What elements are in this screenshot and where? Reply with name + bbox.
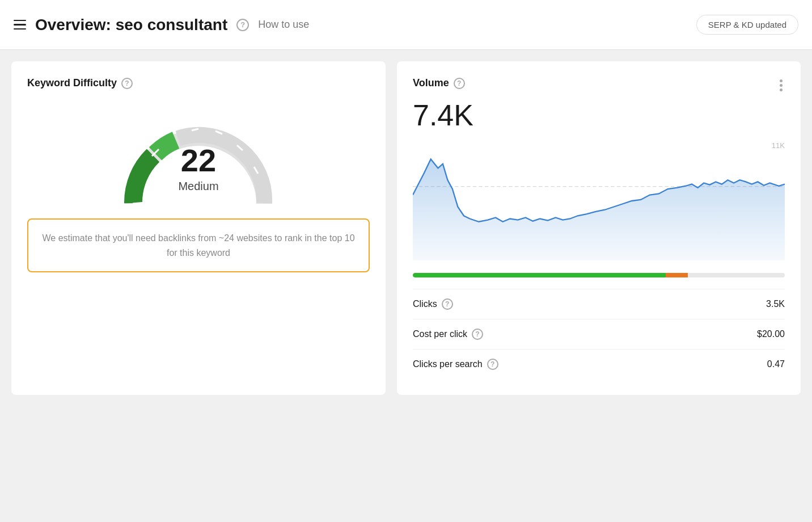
volume-title-row: Volume ? [413,77,465,89]
estimate-box: We estimate that you'll need backlinks f… [27,218,370,272]
cpc-label: Cost per click ? [413,329,483,340]
cpc-help-icon[interactable]: ? [472,329,483,340]
volume-help-icon[interactable]: ? [454,78,465,89]
clicks-label: Clicks ? [413,298,453,310]
volume-card: Volume ? 7.4K 11K [397,61,801,395]
clicks-value: 3.5K [766,299,785,309]
volume-chart: 11K [413,141,785,266]
clicks-label-text: Clicks [413,299,437,309]
hamburger-menu-icon[interactable] [14,20,26,30]
cpc-value: $20.00 [757,329,785,339]
gauge-wrapper: 22 Medium [119,114,278,205]
clicks-help-icon[interactable]: ? [442,298,453,310]
gauge-container: 22 Medium [27,103,370,205]
how-to-use-link[interactable]: How to use [258,19,309,31]
more-options-icon[interactable] [777,77,785,94]
clicks-row: Clicks ? 3.5K [413,289,785,319]
cps-label-text: Clicks per search [413,359,483,369]
cps-label: Clicks per search ? [413,359,498,370]
gauge-center: 22 Medium [178,145,218,193]
kd-label: Medium [178,180,218,193]
cpc-label-text: Cost per click [413,329,467,339]
cpc-row: Cost per click ? $20.00 [413,319,785,349]
page-title: Overview: seo consultant [35,16,227,34]
serp-badge: SERP & KD updated [696,15,798,35]
estimate-text: We estimate that you'll need backlinks f… [42,233,354,258]
keyword-difficulty-card: Keyword Difficulty ? [11,61,386,395]
cps-value: 0.47 [767,359,785,369]
cps-help-icon[interactable]: ? [487,359,498,370]
main-content: Keyword Difficulty ? [0,50,812,406]
volume-chart-svg [413,141,785,260]
kd-title: Keyword Difficulty ? [27,77,370,89]
volume-title-text: Volume [413,77,449,89]
help-icon[interactable]: ? [236,19,249,31]
chart-y-max: 11K [772,141,785,150]
kd-help-icon[interactable]: ? [121,78,133,89]
kd-title-text: Keyword Difficulty [27,77,117,89]
cps-row: Clicks per search ? 0.47 [413,349,785,379]
progress-orange [666,273,688,277]
kd-score: 22 [178,145,218,176]
header: Overview: seo consultant ? How to use SE… [0,0,812,50]
volume-progress-bar [413,273,785,277]
progress-green [413,273,666,277]
volume-value: 7.4K [413,98,785,132]
volume-header: Volume ? [413,77,785,94]
